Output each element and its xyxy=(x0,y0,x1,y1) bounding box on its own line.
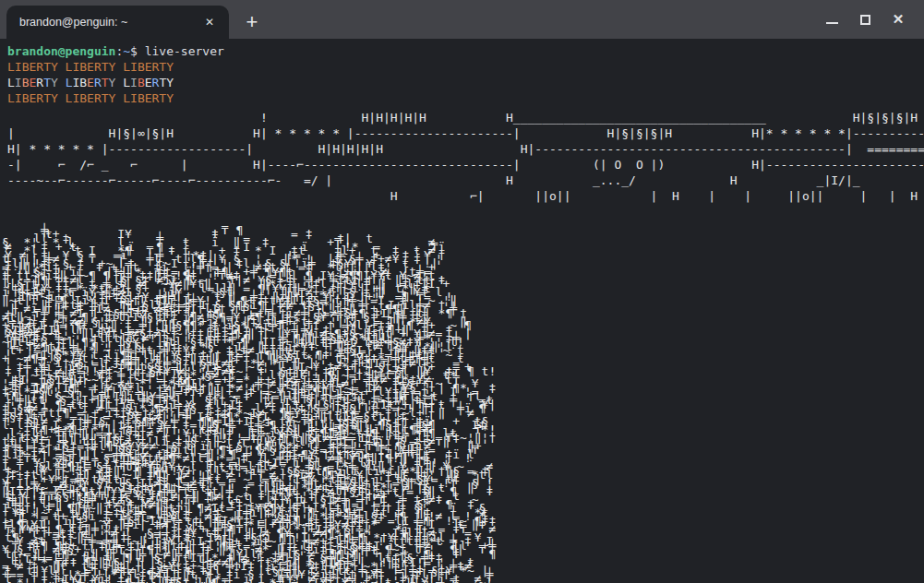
plus-icon: + xyxy=(246,10,258,34)
shell-prompt-line: brandon@penguin:~$ live-server xyxy=(7,43,924,59)
window-titlebar: brandon@penguin: ~ ✕ + ✕ xyxy=(0,0,924,39)
terminal-screen[interactable]: brandon@penguin:~$ live-server LIBERTY L… xyxy=(0,39,924,583)
tab-title: brandon@penguin: ~ xyxy=(19,16,199,29)
zalgo-noise-layer: ŧ+ I¥ ǂ = ‡ § *¦ * ḷ ḷ ŧ ï ‖ ‡ +₸ ≠ *ḷ †… xyxy=(2,221,493,583)
zalgo-noise-layer: ╪ ₸ ¶ lḷ ‡ ╪ = ‡| t ≠ ‡ + ŧ ï ¶ I ï !* =… xyxy=(5,226,496,583)
liberty-line: LIBERTY LIBERTY LIBERTY xyxy=(7,75,924,90)
new-tab-button[interactable]: + xyxy=(238,8,266,36)
ascii-art-flag: ! H|H|H|H|H H___________________________… xyxy=(7,110,924,204)
terminal-tab[interactable]: brandon@penguin: ~ ✕ xyxy=(6,6,229,39)
tab-close-icon[interactable]: ✕ xyxy=(199,12,220,32)
minimize-icon xyxy=(826,22,838,24)
minimize-button[interactable] xyxy=(815,3,848,36)
close-window-button[interactable]: ✕ xyxy=(882,3,915,36)
liberty-output: LIBERTY LIBERTY LIBERTYLIBERTY LIBERTY L… xyxy=(7,59,924,106)
close-icon: ✕ xyxy=(893,11,905,28)
liberty-line: LIBERTY LIBERTY LIBERTY xyxy=(7,90,924,106)
window-controls: ✕ xyxy=(815,0,924,39)
maximize-button[interactable] xyxy=(848,3,882,36)
liberty-line: LIBERTY LIBERTY LIBERTY xyxy=(7,59,924,75)
maximize-icon xyxy=(860,15,870,25)
